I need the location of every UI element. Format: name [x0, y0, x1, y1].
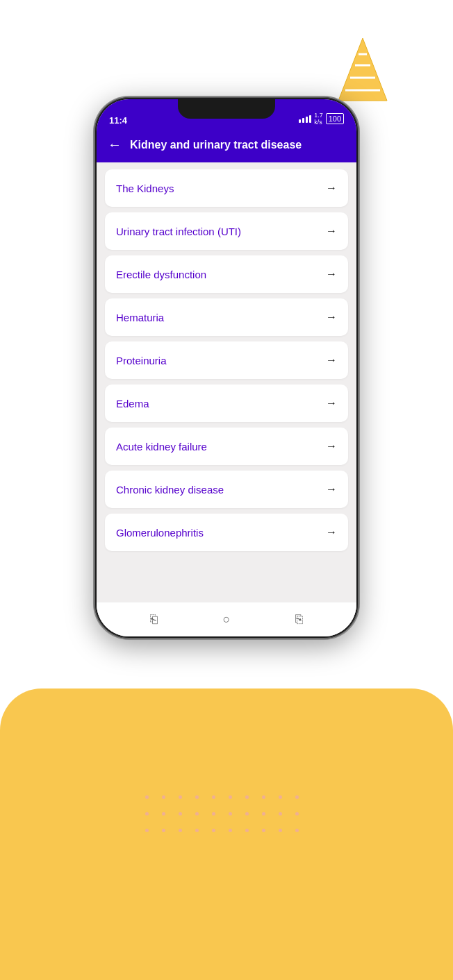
arrow-icon-8: → — [326, 483, 337, 496]
list-item-3[interactable]: Erectile dysfunction → — [105, 255, 348, 293]
phone-frame: 11:4 1.7k/s 100 ← Kidney and urinary tra… — [94, 97, 359, 639]
arrow-icon-7: → — [326, 440, 337, 453]
party-hat-decoration — [335, 35, 390, 104]
arrow-icon-5: → — [326, 354, 337, 366]
list-item-7[interactable]: Acute kidney failure → — [105, 428, 348, 465]
network-speed: 1.7k/s — [314, 112, 323, 126]
signal-bar-3 — [306, 117, 308, 123]
page-title: Kidney and urinary tract disease — [130, 139, 302, 151]
signal-bar-4 — [309, 115, 311, 123]
status-icons: 1.7k/s 100 — [299, 112, 344, 126]
notch — [178, 99, 275, 119]
nav-recent-icon[interactable]: ⎘ — [295, 612, 303, 627]
content-area: The Kidneys → Urinary tract infection (U… — [97, 162, 356, 636]
list-item-2[interactable]: Urinary tract infection (UTI) → — [105, 212, 348, 250]
list-item-6[interactable]: Edema → — [105, 385, 348, 422]
list-item-4[interactable]: Hematuria → — [105, 298, 348, 336]
app-header: ← Kidney and urinary tract disease — [97, 130, 356, 162]
list-item-3-label: Erectile dysfunction — [116, 269, 206, 280]
list-item-4-label: Hematuria — [116, 312, 164, 323]
arrow-icon-6: → — [326, 397, 337, 409]
signal-bar-1 — [299, 119, 301, 123]
arrow-icon-4: → — [326, 311, 337, 323]
arrow-icon-9: → — [326, 526, 337, 539]
list-item-9[interactable]: Glomerulonephritis → — [105, 514, 348, 551]
list-item-9-label: Glomerulonephritis — [116, 527, 204, 539]
nav-back-icon[interactable]: ⎗ — [150, 612, 158, 627]
list-item-1-label: The Kidneys — [116, 183, 174, 194]
dots-decoration — [145, 795, 308, 841]
battery-indicator: 100 — [326, 113, 344, 124]
list-item-8-label: Chronic kidney disease — [116, 484, 224, 496]
arrow-icon-1: → — [326, 182, 337, 194]
bottom-nav: ⎗ ○ ⎘ — [97, 602, 356, 636]
phone-content: 11:4 1.7k/s 100 ← Kidney and urinary tra… — [97, 99, 356, 636]
list-item-6-label: Edema — [116, 398, 149, 409]
arrow-icon-2: → — [326, 225, 337, 237]
list-item-5-label: Proteinuria — [116, 355, 167, 366]
signal-bars — [299, 115, 311, 123]
status-time: 11:4 — [109, 115, 127, 126]
list-item-2-label: Urinary tract infection (UTI) — [116, 226, 241, 237]
back-button[interactable]: ← — [108, 137, 122, 153]
list-item-1[interactable]: The Kidneys → — [105, 169, 348, 207]
list-item-5[interactable]: Proteinuria → — [105, 341, 348, 379]
nav-home-icon[interactable]: ○ — [223, 612, 231, 627]
arrow-icon-3: → — [326, 268, 337, 280]
phone-inner: 11:4 1.7k/s 100 ← Kidney and urinary tra… — [97, 99, 356, 636]
list-item-8[interactable]: Chronic kidney disease → — [105, 471, 348, 508]
signal-bar-2 — [302, 118, 304, 123]
list-item-7-label: Acute kidney failure — [116, 441, 207, 453]
